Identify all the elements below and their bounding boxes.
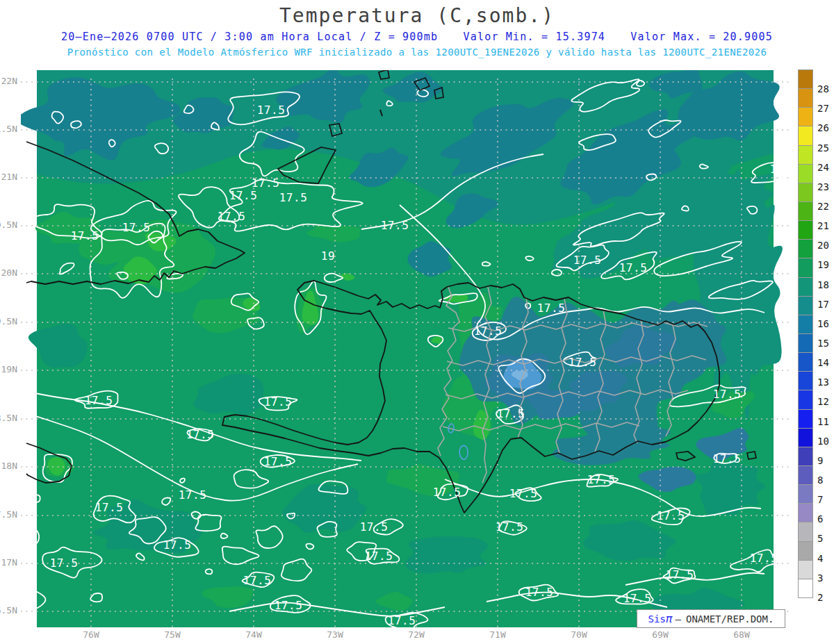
lat-tick-label: 20N [1,267,17,278]
colorbar-cell [798,145,813,165]
contour-label: 17.5 [264,455,293,468]
colorbar-tick-label: 11 [817,416,829,427]
brand-text: Sis [648,613,666,625]
colorbar-tick-label: 13 [817,377,829,388]
lon-tick-label: 72W [408,629,424,640]
colorbar-tick-label: 15 [817,338,829,349]
colorbar-cell [798,258,813,277]
colorbar-tick-label: 25 [817,142,829,154]
colorbar-tick-label: 3 [817,572,823,584]
contour-label: 17.5 [573,254,602,267]
colorbar-tick-label: 20 [817,240,829,251]
map-area: 17.517.517.517.517.517.517.517.51917.517… [21,70,789,627]
lat-tick-label: 21N [1,172,17,182]
contour-label: 17.5 [388,614,416,627]
lat-tick-label: 1.5N [0,124,17,134]
contour-label: 17.5 [163,538,192,552]
contour-label: 17.5 [666,568,694,581]
lat-tick-label: 6.5N [0,605,17,616]
contour-label: 17.5 [657,509,685,522]
contour-label: 17.5 [509,487,538,500]
subtitle-forecast: Pronóstico con el Modelo Atmósferico WRF… [0,47,834,58]
colorbar-tick-label: 2 [817,592,823,603]
lat-tick-label: 18N [1,461,17,471]
lat-tick-label: 19N [1,364,17,374]
colorbar-tick-label: 17 [817,299,829,310]
colorbar-cell [798,164,813,183]
contour-label: 17.5 [496,520,524,534]
colorbar-tick-label: 19 [817,259,829,270]
contour-label: 17.5 [264,395,293,408]
contour-label: 17.5 [179,488,207,502]
colorbar-tick-label: 5 [817,533,823,544]
colorbar-cell [798,560,813,579]
lon-tick-label: 76W [83,629,99,640]
contour-label: 17.5 [85,394,113,407]
contour-label: 17.5 [569,356,597,369]
lon-tick-label: 68W [733,629,749,640]
colorbar-tick-label: 26 [817,122,829,133]
colorbar-cell [798,371,813,390]
colorbar-tick-label: 9 [817,455,823,466]
datetime-text: 20–Ene–2026 0700 UTC / 3:00 am Hora Loca… [61,31,438,43]
colorbar-tick-label: 24 [817,162,829,173]
colorbar-cell [798,541,813,561]
lon-tick-label: 69W [652,629,668,640]
contour-label: 17.5 [587,473,616,486]
attribution-dash: – [676,613,681,625]
contour-line [23,529,39,544]
subtitle-datetime-row: 20–Ene–2026 0700 UTC / 3:00 am Hora Loca… [0,31,834,43]
contour-label: 17.5 [474,324,502,338]
colorbar-cell [798,484,813,504]
colorbar-cell [798,88,813,108]
colorbar-tick-label: 12 [817,396,829,407]
contour-label: 17.5 [218,210,246,223]
contour-label: 17.5 [71,229,99,242]
colorbar-cell [798,239,813,258]
contour-label: 17.5 [525,586,554,599]
attribution-org: ONAMET/REP.DOM. [686,613,774,625]
attribution-box: Sisπ – ONAMET/REP.DOM. [637,609,785,628]
colorbar-tick-label: 6 [817,513,823,525]
contour-label: 17.5 [360,520,389,534]
colorbar-tick-label: 14 [817,357,829,368]
contour-label: 17.5 [122,221,151,234]
colorbar-tick-label: 8 [817,474,823,486]
colorbar-tick-label: 18 [817,279,829,290]
colorbar-tick-label: 23 [817,181,829,192]
colorbar-cell [798,579,813,598]
lon-tick-label: 75W [164,629,180,640]
contour-label: 17.5 [279,191,308,204]
colorbar-cell [798,201,813,221]
colorbar-cell [798,503,813,522]
colorbar-cell [798,220,813,240]
weather-map-page: Temperatura (C,somb.) 20–Ene–2026 0700 U… [0,0,834,644]
colorbar-tick-label: 27 [817,103,829,114]
colorbar [798,70,813,618]
colorbar-tick-label: 4 [817,553,823,564]
colorbar-tick-label: 7 [817,494,823,505]
contour-label: 17.5 [365,550,393,563]
colorbar-cell [798,465,813,485]
colorbar-cell [798,390,813,409]
colorbar-cell [798,107,813,126]
temperature-map-canvas [21,70,789,627]
contour-label: 17.5 [497,407,525,420]
contour-label: 17.5 [50,556,79,570]
contour-label: 17.5 [537,302,566,315]
colorbar-tick-label: 10 [817,436,829,447]
contour-label: 17.5 [243,574,272,587]
contour-label: 17.5 [186,428,215,441]
colorbar-cell [798,296,813,315]
lat-tick-label: 0.5N [0,220,17,230]
colorbar-cell [798,352,813,372]
contour-label: 17.5 [623,592,652,605]
contour-label: 17.5 [770,163,799,176]
contour-label: 17.5 [252,176,280,190]
lon-tick-label: 74W [245,629,261,640]
pi-icon: π [666,612,673,625]
contour-label: 17.5 [95,501,124,514]
contour-label: 17.5 [750,552,778,565]
contour-label: 17.5 [257,104,286,117]
lat-tick-label: 8.5N [0,413,17,423]
